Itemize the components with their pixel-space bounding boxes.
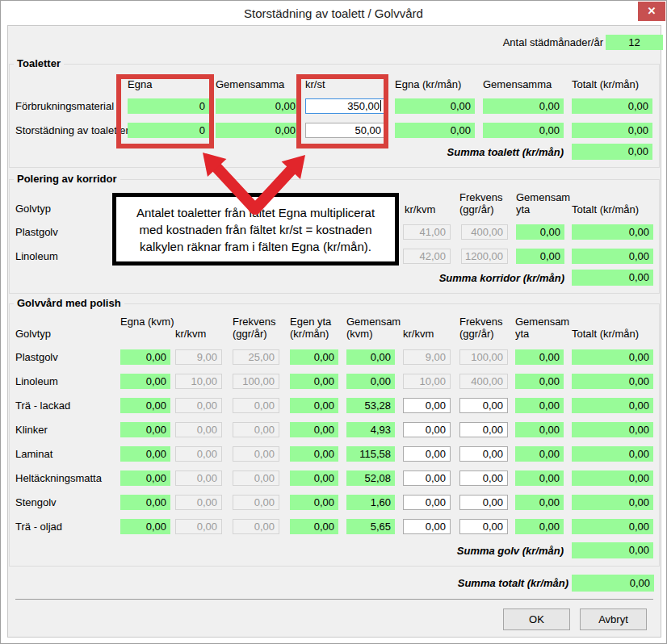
kr-kvm-field: 0,00: [175, 470, 222, 486]
toaletter-section-title: Toaletter: [14, 57, 64, 69]
summa-totalt-field: 0,00: [572, 575, 654, 592]
col-header-frekvens: Frekvens (ggr/år): [459, 191, 510, 215]
gemensam-kvm-field[interactable]: 115,58: [346, 446, 395, 462]
frekvens-2-input[interactable]: 0,00: [459, 422, 508, 437]
frekvens-2-input[interactable]: 0,00: [459, 470, 508, 486]
egna-kvm-field[interactable]: 0,00: [120, 398, 170, 413]
gemensam-kvm-field[interactable]: 52,08: [346, 470, 395, 486]
gemensam-yta-field[interactable]: 0,00: [515, 374, 564, 389]
gemensam-yta-field[interactable]: 0,00: [515, 519, 564, 534]
totalt-field: 0,00: [572, 398, 653, 413]
egna-kvm-field[interactable]: 0,00: [120, 519, 170, 534]
row-label: Förbrukningsmaterial: [15, 100, 114, 112]
gemensam-kvm-field[interactable]: 5,65: [346, 519, 395, 534]
gemensam-yta-field[interactable]: 0,00: [515, 470, 564, 486]
gemensamma-field[interactable]: 0,00: [216, 98, 300, 114]
kr-kvm-field: 42,00: [403, 249, 451, 264]
col-header-frekvens-1: Frekvens (ggr/år): [233, 316, 283, 340]
gemensamma-kr-field: 0,00: [483, 123, 564, 138]
kr-kvm-2-input[interactable]: 0,00: [403, 422, 451, 437]
col-header-golvtyp: Golvtyp: [15, 328, 51, 340]
kr-kvm-field: 10,00: [175, 374, 222, 389]
totalt-field: 0,00: [572, 470, 653, 486]
summa-golv-label: Summa golv (kr/mån): [364, 545, 564, 557]
gemensam-kvm-field[interactable]: 4,93: [346, 422, 395, 437]
egna-kvm-field[interactable]: 0,00: [120, 422, 170, 437]
gemensam-yta-field[interactable]: 0,00: [515, 446, 564, 462]
frekvens-2-input[interactable]: 0,00: [459, 519, 508, 534]
callout-line: Antalet toaletter från fältet Egna multi…: [136, 204, 375, 221]
totalt-field: 0,00: [572, 123, 652, 138]
frekvens-2-field: 400,00: [459, 374, 508, 389]
col-header-gemensamma-kr: Gemensamma: [483, 78, 552, 90]
kr-kvm-2-field: 9,00: [403, 349, 451, 365]
kr-kvm-field: 9,00: [175, 349, 222, 365]
frekvens-field: 25,00: [233, 349, 279, 365]
summa-korridor-label: Summa korridor (kr/mån): [364, 272, 564, 284]
frekvens-2-input[interactable]: 0,00: [459, 398, 508, 413]
gemensamma-field[interactable]: 0,00: [216, 123, 300, 138]
frekvens-field: 1200,00: [461, 249, 508, 264]
kr-kvm-2-input[interactable]: 0,00: [403, 495, 451, 510]
row-label: Klinker: [15, 424, 48, 436]
gemensam-yta-field[interactable]: 0,00: [515, 422, 564, 437]
egen-yta-field: 0,00: [290, 446, 338, 462]
callout-line: kalkylen räknar fram i fälten Egna (kr/m…: [140, 238, 371, 255]
row-label: Plastgolv: [15, 226, 58, 238]
egna-kvm-field[interactable]: 0,00: [120, 446, 170, 462]
highlight-box-kr-st: [296, 74, 388, 148]
egna-kvm-field[interactable]: 0,00: [120, 349, 170, 365]
highlight-box-egna: [116, 74, 214, 148]
callout-line: med kostnaden från fältet kr/st = kostna…: [139, 221, 371, 238]
col-header-kr-kvm-2: kr/kvm: [403, 328, 434, 340]
gemensam-yta-field[interactable]: 0,00: [515, 349, 564, 365]
frekvens-2-input[interactable]: 0,00: [459, 446, 508, 462]
ok-button[interactable]: OK: [503, 608, 570, 630]
kr-kvm-2-input[interactable]: 0,00: [403, 446, 451, 462]
totalt-field: 0,00: [572, 495, 653, 510]
col-header-kr-kvm-1: kr/kvm: [175, 328, 206, 340]
kr-kvm-2-field: 10,00: [403, 374, 451, 389]
kr-kvm-2-input[interactable]: 0,00: [403, 519, 451, 534]
frekvens-field: 0,00: [233, 470, 279, 486]
frekvens-field: 0,00: [233, 422, 279, 437]
col-header-egna-kr-man: Egna (kr/mån): [395, 78, 461, 90]
summa-toalett-label: Summa toalett (kr/mån): [364, 146, 564, 158]
gemensam-yta-field[interactable]: 0,00: [515, 495, 564, 510]
egna-kvm-field[interactable]: 0,00: [120, 495, 170, 510]
col-header-frekvens-2: Frekvens (ggr/år): [459, 316, 510, 340]
col-header-egna-kvm: Egna (kvm): [120, 316, 174, 328]
kr-kvm-field: 0,00: [175, 422, 222, 437]
close-icon[interactable]: ✕: [638, 2, 665, 21]
gemensam-kvm-field[interactable]: 53,28: [346, 398, 395, 413]
row-label: Trä - lackad: [15, 399, 70, 412]
frekvens-2-input[interactable]: 0,00: [459, 495, 508, 510]
polering-section-title: Polering av korridor: [14, 173, 120, 185]
gemensam-yta-field[interactable]: 0,00: [516, 224, 564, 240]
gemensam-kvm-field[interactable]: 1,60: [346, 495, 395, 510]
egen-yta-field: 0,00: [290, 398, 338, 413]
gemensam-kvm-field[interactable]: 0,00: [346, 374, 395, 389]
totalt-field: 0,00: [572, 224, 653, 240]
col-header-totalt: Totalt (kr/mån): [572, 328, 639, 340]
stadmanader-field[interactable]: 12: [606, 35, 663, 50]
row-label: Stengolv: [15, 496, 57, 508]
row-label: Heltäckningsmatta: [15, 472, 102, 484]
gemensam-kvm-field[interactable]: 0,00: [346, 349, 395, 365]
egna-kvm-field[interactable]: 0,00: [120, 374, 170, 389]
egen-yta-field: 0,00: [290, 349, 338, 365]
totalt-field: 0,00: [572, 374, 653, 389]
totalt-field: 0,00: [572, 249, 653, 264]
egen-yta-field: 0,00: [290, 470, 338, 486]
egna-kvm-field[interactable]: 0,00: [120, 470, 170, 486]
tutorial-callout: Antalet toaletter från fältet Egna multi…: [112, 193, 399, 266]
frekvens-field: 0,00: [233, 446, 279, 462]
kr-kvm-field: 0,00: [175, 495, 222, 510]
kr-kvm-2-input[interactable]: 0,00: [403, 470, 451, 486]
kr-kvm-2-input[interactable]: 0,00: [403, 398, 451, 413]
gemensam-yta-field[interactable]: 0,00: [515, 398, 564, 413]
cancel-button[interactable]: Avbryt: [580, 608, 647, 630]
frekvens-field: 400,00: [461, 224, 508, 240]
totalt-field: 0,00: [572, 422, 653, 437]
gemensam-yta-field[interactable]: 0,00: [516, 249, 564, 264]
